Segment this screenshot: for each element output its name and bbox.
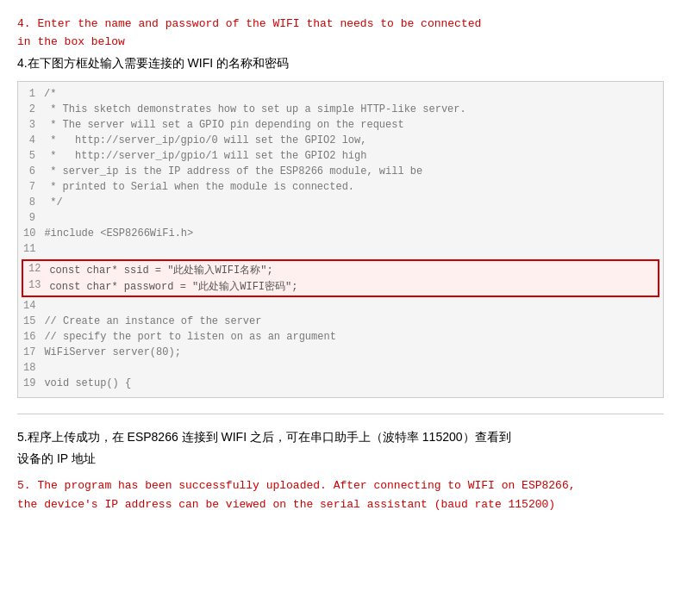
line-num-3: 3 [18, 119, 44, 131]
line-content-17: WiFiServer server(80); [44, 346, 180, 358]
code-line-4: 4 * http://server_ip/gpio/0 will set the… [18, 134, 663, 149]
line-content-19: void setup() { [44, 377, 131, 389]
line-num-1: 1 [18, 88, 44, 100]
line-content-14 [44, 300, 50, 312]
line-num-2: 2 [18, 103, 44, 115]
line-content-3: * The server will set a GPIO pin dependi… [44, 119, 404, 131]
line-content-2: * This sketch demonstrates how to set up… [44, 103, 466, 115]
code-line-12: 12 const char* ssid = "此处输入WIFI名称"; [23, 262, 658, 278]
code-line-10: 10 #include <ESP8266WiFi.h> [18, 227, 663, 242]
code-line-16: 16 // specify the port to listen on as a… [18, 330, 663, 345]
line-num-18: 18 [18, 362, 44, 374]
line-content-8: */ [44, 196, 63, 208]
line-num-13: 13 [23, 279, 49, 291]
step4-en-line2: in the box below [17, 35, 125, 48]
line-content-7: * printed to Serial when the module is c… [44, 181, 354, 193]
line-content-10: #include <ESP8266WiFi.h> [44, 227, 193, 240]
step4-zh: 4.在下图方框处输入需要连接的 WIFI 的名称和密码 [17, 53, 664, 72]
step5-en: 5. The program has been successfully upl… [17, 476, 664, 514]
code-line-6: 6 * server_ip is the IP address of the E… [18, 165, 663, 180]
code-line-9: 9 [18, 211, 663, 227]
line-content-12: const char* ssid = "此处输入WIFI名称"; [49, 263, 272, 277]
code-line-14: 14 [18, 299, 663, 314]
line-num-15: 15 [18, 315, 44, 327]
line-num-9: 9 [18, 212, 44, 224]
line-num-16: 16 [18, 331, 44, 343]
code-line-19: 19 void setup() { [18, 376, 663, 392]
code-editor: 1 /* 2 * This sketch demonstrates how to… [17, 81, 664, 398]
page-container: 4. Enter the name and password of the WI… [0, 0, 681, 616]
line-content-4: * http://server_ip/gpio/0 will set the G… [44, 134, 366, 146]
code-line-2: 2 * This sketch demonstrates how to set … [18, 103, 663, 118]
code-line-7: 7 * printed to Serial when the module is… [18, 180, 663, 196]
line-num-5: 5 [18, 150, 44, 162]
step5-en-line1: 5. The program has been successfully upl… [17, 479, 576, 492]
line-num-4: 4 [18, 134, 44, 146]
code-line-3: 3 * The server will set a GPIO pin depen… [18, 118, 663, 134]
code-line-18: 18 [18, 361, 663, 376]
step5-block: 5.程序上传成功，在 ESP8266 连接到 WIFI 之后，可在串口助手上（波… [17, 426, 664, 515]
line-num-6: 6 [18, 165, 44, 177]
line-content-18 [44, 362, 50, 374]
code-lines: 1 /* 2 * This sketch demonstrates how to… [18, 82, 663, 397]
line-content-13: const char* password = "此处输入WIFI密码"; [49, 279, 297, 294]
line-num-11: 11 [18, 243, 44, 255]
line-num-7: 7 [18, 181, 44, 193]
step4-en: 4. Enter the name and password of the WI… [17, 16, 664, 52]
code-line-8: 8 */ [18, 196, 663, 211]
line-num-17: 17 [18, 346, 44, 358]
line-content-1: /* [44, 88, 56, 100]
code-line-17: 17 WiFiServer server(80); [18, 345, 663, 361]
line-num-12: 12 [23, 263, 49, 275]
step5-en-line2: the device's IP address can be viewed on… [17, 498, 555, 511]
step5-zh: 5.程序上传成功，在 ESP8266 连接到 WIFI 之后，可在串口助手上（波… [17, 426, 664, 470]
line-content-15: // Create an instance of the server [44, 315, 261, 327]
step4-block: 4. Enter the name and password of the WI… [17, 16, 664, 72]
section-divider [17, 414, 664, 414]
line-content-5: * http://server_ip/gpio/1 will set the G… [44, 150, 366, 162]
code-line-13: 13 const char* password = "此处输入WIFI密码"; [23, 278, 658, 295]
line-num-8: 8 [18, 196, 44, 208]
code-line-1: 1 /* [18, 87, 663, 103]
line-num-10: 10 [18, 227, 44, 240]
line-content-9 [44, 212, 50, 224]
line-content-6: * server_ip is the IP address of the ESP… [44, 165, 422, 177]
line-content-16: // specify the port to listen on as an a… [44, 331, 335, 343]
line-content-11 [44, 243, 50, 255]
code-line-5: 5 * http://server_ip/gpio/1 will set the… [18, 149, 663, 165]
line-num-19: 19 [18, 377, 44, 389]
code-line-11: 11 [18, 242, 663, 258]
highlighted-section: 12 const char* ssid = "此处输入WIFI名称"; 13 c… [22, 259, 659, 297]
code-line-15: 15 // Create an instance of the server [18, 314, 663, 330]
step4-en-line1: 4. Enter the name and password of the WI… [17, 17, 481, 30]
line-num-14: 14 [18, 300, 44, 312]
